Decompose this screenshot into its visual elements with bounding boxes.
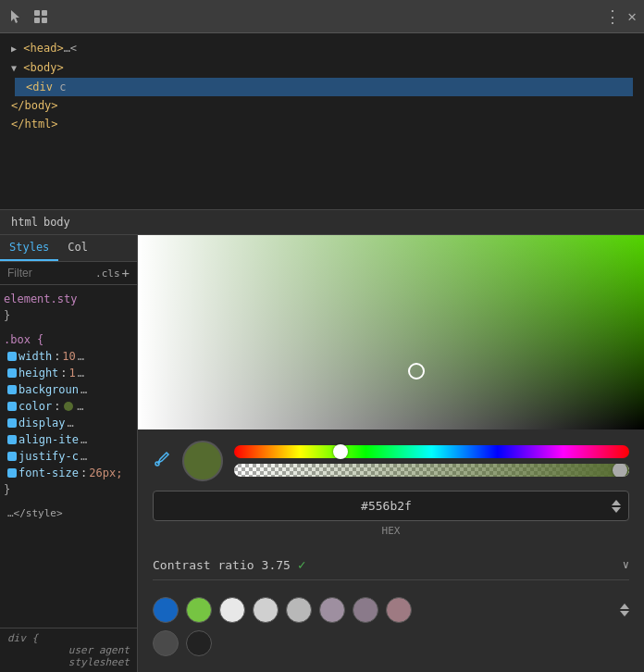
swatch-blue[interactable] (153, 597, 179, 623)
contrast-text: Contrast ratio (153, 558, 254, 572)
more-menu-icon[interactable]: ⋮ (604, 6, 622, 26)
style-ref: …</style> (7, 507, 63, 519)
swatch-darkgray[interactable] (153, 630, 179, 656)
dom-line-div[interactable]: <div c (11, 78, 633, 96)
styles-content: element.sty } .box { width: 10… height: … (0, 285, 137, 628)
hex-input-container: HEX (153, 491, 629, 541)
box-style-block: .box { width: 10… height: 1… backgroun… (4, 331, 133, 498)
swatch-mauve[interactable] (319, 597, 345, 623)
svg-rect-3 (42, 18, 47, 23)
dom-tree: ▶ <head>…< ▼ <body> <div c </body> </htm… (0, 33, 644, 209)
swatches-row-2 (153, 630, 629, 656)
box-selector: .box { (4, 331, 133, 348)
swatch-lime[interactable] (186, 597, 212, 623)
rule-background: backgroun… (4, 381, 133, 398)
color-gradient-area[interactable] (138, 235, 644, 429)
rule-display: display… (4, 415, 133, 431)
hue-thumb[interactable] (333, 444, 348, 459)
svg-rect-0 (34, 10, 40, 16)
swatch-scroll-down-icon[interactable] (620, 611, 629, 616)
eyedropper-button[interactable] (153, 450, 171, 473)
div-rule: div { (7, 632, 130, 644)
agent-stylesheet-label: user agent stylesheet (7, 644, 130, 668)
top-toolbar: ⋮ ✕ (0, 0, 644, 33)
rule-width: width: 10… (4, 348, 133, 365)
hex-input[interactable] (161, 492, 612, 520)
color-preview-swatch[interactable] (182, 441, 223, 481)
hex-increment-icon[interactable] (612, 500, 621, 505)
swatches-nav[interactable] (620, 604, 629, 616)
rule-align: align-ite… (4, 431, 133, 448)
add-style-button[interactable]: + (122, 266, 130, 280)
color-swatch-inline[interactable] (64, 402, 73, 411)
breadcrumb-bar: html body (0, 209, 644, 235)
filter-input[interactable] (7, 267, 93, 280)
swatch-medgray[interactable] (286, 597, 312, 623)
devtools-window: ⋮ ✕ ▶ <head>…< ▼ <body> <div c </body> <… (0, 0, 644, 672)
tab-computed[interactable]: Col (58, 235, 97, 261)
rule-justify: justify-c… (4, 448, 133, 465)
svg-rect-1 (42, 10, 47, 16)
rule-width-checkbox[interactable] (7, 352, 17, 361)
rule-fontsize-checkbox[interactable] (7, 468, 17, 478)
dom-line-body[interactable]: ▼ <body> (11, 58, 633, 78)
alpha-slider[interactable] (234, 464, 629, 477)
panel-tabs: Styles Col (0, 235, 137, 262)
styles-panel: Styles Col .cls + element.sty } .box { (0, 235, 138, 672)
cursor-icon[interactable] (7, 7, 26, 26)
gradient-overlay (138, 235, 644, 429)
layers-icon[interactable] (31, 7, 50, 26)
rule-color: color: … (4, 398, 133, 415)
sliders-area (234, 445, 629, 477)
swatch-lightgray1[interactable] (219, 597, 245, 623)
breadcrumb-body[interactable]: body (43, 216, 70, 229)
dom-line-head[interactable]: ▶ <head>…< (11, 39, 633, 58)
rule-height: height: 1… (4, 365, 133, 381)
hex-decrement-icon[interactable] (612, 507, 621, 513)
alpha-thumb[interactable] (613, 464, 627, 477)
color-picker-panel: HEX Contrast ratio 3.75 ✓ ∨ (138, 235, 644, 672)
panels-row: Styles Col .cls + element.sty } .box { (0, 235, 644, 672)
contrast-row[interactable]: Contrast ratio 3.75 ✓ ∨ (153, 550, 629, 580)
swatch-lightgray2[interactable] (253, 597, 279, 623)
dom-line-html-close[interactable]: </html> (11, 115, 633, 133)
tab-styles[interactable]: Styles (0, 235, 58, 261)
rule-fontsize: font-size: 26px; (4, 465, 133, 481)
hex-arrows[interactable] (612, 500, 621, 513)
alpha-gradient (234, 464, 629, 477)
rule-color-checkbox[interactable] (7, 402, 17, 411)
rule-bg-checkbox[interactable] (7, 385, 17, 394)
breadcrumb-html[interactable]: html (11, 216, 38, 229)
cls-button[interactable]: .cls (93, 268, 122, 280)
agent-footer: div { user agent stylesheet (0, 628, 137, 672)
swatch-rose[interactable] (386, 597, 412, 623)
rule-display-checkbox[interactable] (7, 418, 17, 428)
element-style-selector: element.sty (4, 291, 133, 307)
close-icon[interactable]: ✕ (627, 7, 637, 25)
rule-align-checkbox[interactable] (7, 435, 17, 444)
dom-line-body-close[interactable]: </body> (11, 96, 633, 115)
rule-justify-checkbox[interactable] (7, 452, 17, 461)
swatch-verydark[interactable] (186, 630, 212, 656)
contrast-check-icon: ✓ (298, 557, 305, 572)
contrast-chevron-icon[interactable]: ∨ (623, 558, 629, 571)
swatch-darkmauve[interactable] (353, 597, 378, 623)
svg-rect-2 (34, 18, 40, 23)
hue-slider[interactable] (234, 445, 629, 458)
element-style-block: element.sty } (4, 291, 133, 324)
swatch-scroll-up-icon[interactable] (620, 604, 629, 609)
swatches-row-1 (153, 597, 629, 623)
rule-height-checkbox[interactable] (7, 368, 17, 378)
contrast-value: 3.75 (262, 558, 291, 572)
hex-label: HEX (153, 525, 629, 537)
color-controls: HEX Contrast ratio 3.75 ✓ ∨ (138, 429, 644, 667)
hex-input-row (153, 491, 629, 521)
contrast-label: Contrast ratio 3.75 ✓ (153, 557, 305, 572)
filter-bar: .cls + (0, 262, 137, 285)
swatches-area (153, 590, 629, 656)
eyedropper-preview-row (153, 441, 629, 481)
